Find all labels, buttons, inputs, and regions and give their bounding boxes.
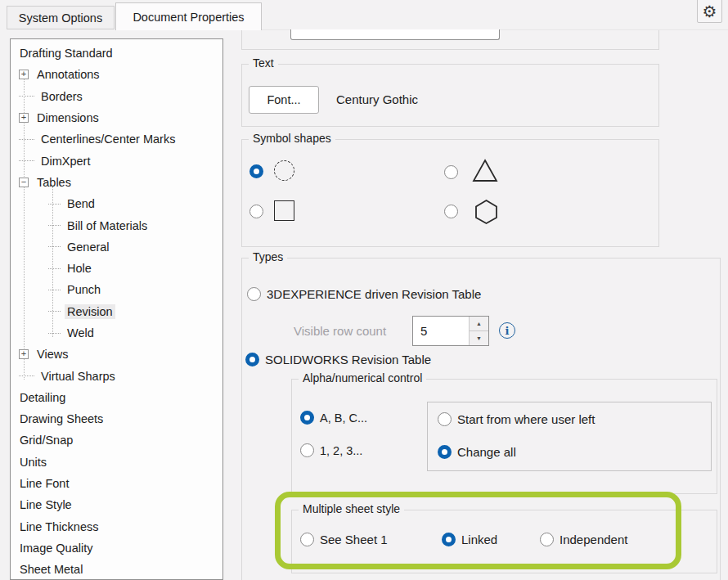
text-group: Text Font... Century Gothic — [241, 64, 659, 127]
visible-row-count-input[interactable] — [413, 317, 469, 345]
radio-icon[interactable] — [438, 445, 452, 459]
visible-row-count-spinner: ▲ ▼ — [412, 316, 489, 346]
circle-shape-icon — [274, 160, 294, 181]
radio-shape-hexagon[interactable] — [444, 205, 458, 218]
types-group: Types 3DEXPERIENCE driven Revision Table… — [241, 258, 721, 580]
radio-independent[interactable]: Independent — [540, 533, 627, 546]
tree-connector — [19, 139, 34, 140]
radio-icon[interactable] — [442, 533, 456, 546]
tree-connector — [48, 311, 61, 312]
font-name-value: Century Gothic — [336, 92, 418, 106]
tree-connector — [19, 160, 34, 161]
tree-connector — [48, 268, 61, 269]
sidebar-item-drawing-sheets[interactable]: Drawing Sheets — [11, 408, 222, 429]
types-group-title: Types — [249, 250, 287, 263]
expand-plus-icon[interactable]: + — [19, 70, 29, 79]
expand-plus-icon[interactable]: + — [19, 349, 29, 359]
radio-start-from-where-user-left[interactable]: Start from where user left — [438, 412, 595, 426]
sidebar-item-revision[interactable]: Revision — [11, 301, 222, 322]
square-shape-icon — [274, 200, 294, 221]
tree-connector — [19, 96, 34, 97]
expand-plus-icon[interactable]: + — [19, 113, 29, 123]
sidebar-item-line-style[interactable]: Line Style — [11, 494, 222, 515]
cutoff-input[interactable] — [290, 29, 500, 40]
radio-label: See Sheet 1 — [320, 533, 388, 546]
sidebar-item-bill-of-materials[interactable]: Bill of Materials — [11, 214, 222, 236]
sidebar-item-virtual-sharps[interactable]: Virtual Sharps — [11, 365, 222, 386]
info-icon[interactable]: i — [499, 322, 515, 339]
text-group-title: Text — [249, 56, 278, 70]
sidebar-item-line-thickness[interactable]: Line Thickness — [11, 516, 222, 537]
tab-system-options[interactable]: System Options — [7, 6, 115, 29]
sidebar-item-units[interactable]: Units — [11, 452, 222, 473]
sidebar-item-bend[interactable]: Bend — [11, 193, 222, 214]
radio-label: 1, 2, 3... — [320, 444, 362, 457]
tab-document-properties[interactable]: Document Properties — [115, 2, 262, 30]
radio-icon[interactable] — [300, 411, 314, 425]
radio-label: SOLIDWORKS Revision Table — [265, 353, 431, 366]
sidebar-item-line-font[interactable]: Line Font — [11, 473, 222, 494]
sidebar-item-detailing[interactable]: Detailing — [11, 387, 222, 408]
radio-solidworks-revision-table[interactable]: SOLIDWORKS Revision Table — [245, 353, 431, 366]
font-button[interactable]: Font... — [249, 86, 319, 114]
sidebar-item-sheet-metal[interactable]: Sheet Metal — [11, 559, 222, 580]
sidebar-item-annotations[interactable]: + Annotations — [11, 64, 222, 85]
radio-icon[interactable] — [438, 412, 452, 426]
visible-row-count-label: Visible row count — [294, 324, 386, 338]
radio-label: Linked — [461, 533, 497, 546]
sidebar-item-drafting-standard[interactable]: Drafting Standard — [11, 43, 222, 64]
radio-3dexperience-revision-table[interactable]: 3DEXPERIENCE driven Revision Table — [247, 287, 481, 301]
radio-change-all[interactable]: Change all — [438, 445, 516, 459]
sidebar-item-hole[interactable]: Hole — [11, 258, 222, 279]
multiple-sheet-style-title: Multiple sheet style — [299, 502, 404, 515]
sidebar-item-dimensions[interactable]: + Dimensions — [11, 107, 222, 128]
radio-linked[interactable]: Linked — [442, 533, 497, 546]
radio-label: A, B, C... — [320, 411, 367, 425]
sidebar-item-centerlines-center-marks[interactable]: Centerlines/Center Marks — [11, 128, 222, 150]
sidebar-item-dimxpert[interactable]: DimXpert — [11, 150, 222, 171]
radio-shape-square[interactable] — [249, 205, 263, 218]
sidebar-item-weld[interactable]: Weld — [11, 322, 222, 344]
radio-label: 3DEXPERIENCE driven Revision Table — [267, 287, 481, 301]
sidebar-item-views[interactable]: + Views — [11, 344, 222, 365]
spinner-buttons: ▲ ▼ — [469, 317, 488, 345]
sidebar-item-punch[interactable]: Punch — [11, 279, 222, 300]
radio-icon[interactable] — [540, 533, 554, 546]
sidebar-item-borders[interactable]: Borders — [11, 86, 222, 107]
tree-connector — [48, 290, 61, 290]
radio-icon[interactable] — [300, 443, 314, 457]
tree-connector — [48, 333, 61, 334]
alpha-numerical-control-title: Alpha/numerical control — [299, 371, 426, 384]
change-options-box: Start from where user left Change all — [427, 402, 712, 471]
tree-connector — [48, 246, 61, 247]
symbol-shapes-title: Symbol shapes — [249, 132, 335, 145]
triangle-shape-icon — [471, 158, 499, 187]
multiple-sheet-style-group: Multiple sheet style See Sheet 1 Linked … — [291, 510, 717, 573]
sidebar-item-tables[interactable]: − Tables — [11, 172, 222, 193]
radio-123[interactable]: 1, 2, 3... — [300, 443, 362, 457]
spin-up-button[interactable]: ▲ — [470, 317, 488, 331]
spin-down-button[interactable]: ▼ — [470, 331, 488, 345]
sidebar-item-grid-snap[interactable]: Grid/Snap — [11, 429, 222, 451]
tree-connector — [48, 204, 61, 205]
settings-gear-button[interactable]: ⚙ — [697, 0, 722, 23]
radio-label: Start from where user left — [457, 412, 595, 426]
gear-icon: ⚙ — [703, 2, 717, 21]
sidebar-item-image-quality[interactable]: Image Quality — [11, 537, 222, 559]
tree-connector — [19, 375, 34, 376]
document-properties-tree: Drafting Standard + Annotations Borders … — [10, 38, 223, 580]
radio-icon[interactable] — [247, 287, 261, 301]
tree-connector — [48, 225, 61, 226]
radio-shape-triangle[interactable] — [444, 165, 458, 179]
radio-shape-circle[interactable] — [249, 164, 263, 178]
collapse-minus-icon[interactable]: − — [19, 178, 29, 187]
sidebar-item-general[interactable]: General — [11, 236, 222, 258]
symbol-shapes-group: Symbol shapes — [241, 139, 659, 247]
radio-icon[interactable] — [245, 353, 259, 366]
radio-label: Change all — [457, 445, 516, 459]
radio-label: Independent — [559, 533, 627, 546]
radio-see-sheet-1[interactable]: See Sheet 1 — [300, 533, 388, 546]
alpha-numerical-control-group: Alpha/numerical control A, B, C... 1, 2,… — [291, 379, 717, 494]
radio-abc[interactable]: A, B, C... — [300, 411, 367, 425]
radio-icon[interactable] — [300, 533, 314, 546]
